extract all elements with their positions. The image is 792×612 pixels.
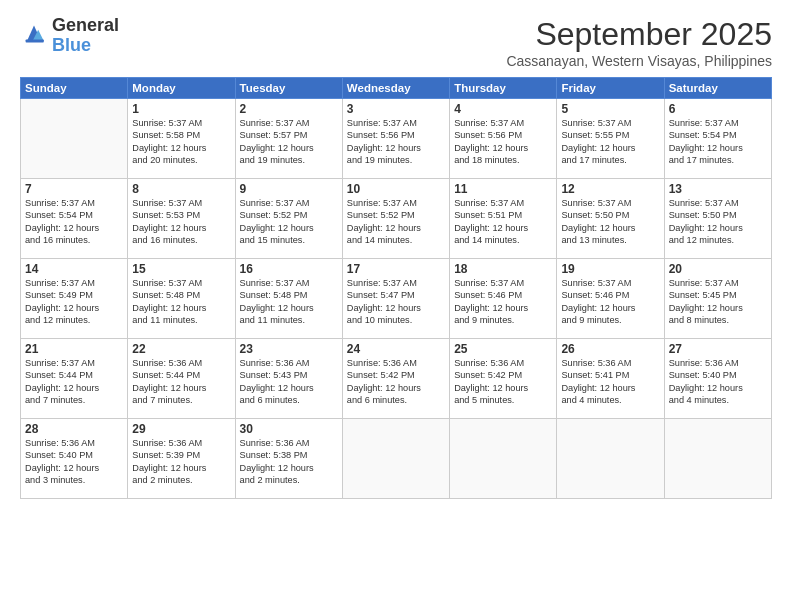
day-info: Sunrise: 5:36 AMSunset: 5:44 PMDaylight:…	[132, 357, 230, 407]
day-info: Sunrise: 5:36 AMSunset: 5:40 PMDaylight:…	[669, 357, 767, 407]
calendar-cell: 24Sunrise: 5:36 AMSunset: 5:42 PMDayligh…	[342, 339, 449, 419]
day-info: Sunrise: 5:36 AMSunset: 5:40 PMDaylight:…	[25, 437, 123, 487]
day-info: Sunrise: 5:37 AMSunset: 5:51 PMDaylight:…	[454, 197, 552, 247]
day-info: Sunrise: 5:37 AMSunset: 5:54 PMDaylight:…	[669, 117, 767, 167]
calendar-cell: 13Sunrise: 5:37 AMSunset: 5:50 PMDayligh…	[664, 179, 771, 259]
calendar-cell: 8Sunrise: 5:37 AMSunset: 5:53 PMDaylight…	[128, 179, 235, 259]
day-info: Sunrise: 5:37 AMSunset: 5:48 PMDaylight:…	[240, 277, 338, 327]
weekday-header-tuesday: Tuesday	[235, 78, 342, 99]
calendar-cell: 28Sunrise: 5:36 AMSunset: 5:40 PMDayligh…	[21, 419, 128, 499]
day-info: Sunrise: 5:37 AMSunset: 5:56 PMDaylight:…	[454, 117, 552, 167]
day-number: 30	[240, 422, 338, 436]
calendar-cell: 7Sunrise: 5:37 AMSunset: 5:54 PMDaylight…	[21, 179, 128, 259]
day-info: Sunrise: 5:37 AMSunset: 5:54 PMDaylight:…	[25, 197, 123, 247]
weekday-header-saturday: Saturday	[664, 78, 771, 99]
day-info: Sunrise: 5:37 AMSunset: 5:46 PMDaylight:…	[454, 277, 552, 327]
calendar-cell: 30Sunrise: 5:36 AMSunset: 5:38 PMDayligh…	[235, 419, 342, 499]
day-number: 8	[132, 182, 230, 196]
calendar-cell: 6Sunrise: 5:37 AMSunset: 5:54 PMDaylight…	[664, 99, 771, 179]
day-number: 26	[561, 342, 659, 356]
calendar-cell: 15Sunrise: 5:37 AMSunset: 5:48 PMDayligh…	[128, 259, 235, 339]
day-info: Sunrise: 5:37 AMSunset: 5:56 PMDaylight:…	[347, 117, 445, 167]
day-number: 1	[132, 102, 230, 116]
day-info: Sunrise: 5:36 AMSunset: 5:38 PMDaylight:…	[240, 437, 338, 487]
calendar-cell: 20Sunrise: 5:37 AMSunset: 5:45 PMDayligh…	[664, 259, 771, 339]
calendar-cell: 29Sunrise: 5:36 AMSunset: 5:39 PMDayligh…	[128, 419, 235, 499]
location-subtitle: Cassanayan, Western Visayas, Philippines	[506, 53, 772, 69]
day-number: 19	[561, 262, 659, 276]
calendar-cell	[342, 419, 449, 499]
day-number: 11	[454, 182, 552, 196]
day-info: Sunrise: 5:37 AMSunset: 5:46 PMDaylight:…	[561, 277, 659, 327]
day-number: 7	[25, 182, 123, 196]
calendar-cell	[450, 419, 557, 499]
logo-blue: Blue	[52, 36, 119, 56]
calendar: SundayMondayTuesdayWednesdayThursdayFrid…	[20, 77, 772, 499]
calendar-week-4: 21Sunrise: 5:37 AMSunset: 5:44 PMDayligh…	[21, 339, 772, 419]
day-info: Sunrise: 5:37 AMSunset: 5:52 PMDaylight:…	[347, 197, 445, 247]
calendar-cell	[557, 419, 664, 499]
day-info: Sunrise: 5:37 AMSunset: 5:50 PMDaylight:…	[669, 197, 767, 247]
day-number: 9	[240, 182, 338, 196]
day-number: 10	[347, 182, 445, 196]
calendar-week-5: 28Sunrise: 5:36 AMSunset: 5:40 PMDayligh…	[21, 419, 772, 499]
day-info: Sunrise: 5:36 AMSunset: 5:39 PMDaylight:…	[132, 437, 230, 487]
day-number: 12	[561, 182, 659, 196]
day-info: Sunrise: 5:37 AMSunset: 5:49 PMDaylight:…	[25, 277, 123, 327]
weekday-header-monday: Monday	[128, 78, 235, 99]
calendar-cell: 26Sunrise: 5:36 AMSunset: 5:41 PMDayligh…	[557, 339, 664, 419]
day-info: Sunrise: 5:37 AMSunset: 5:57 PMDaylight:…	[240, 117, 338, 167]
day-number: 4	[454, 102, 552, 116]
calendar-cell: 11Sunrise: 5:37 AMSunset: 5:51 PMDayligh…	[450, 179, 557, 259]
day-info: Sunrise: 5:36 AMSunset: 5:42 PMDaylight:…	[347, 357, 445, 407]
day-number: 23	[240, 342, 338, 356]
page: General Blue September 2025 Cassanayan, …	[0, 0, 792, 612]
calendar-cell: 12Sunrise: 5:37 AMSunset: 5:50 PMDayligh…	[557, 179, 664, 259]
day-info: Sunrise: 5:37 AMSunset: 5:48 PMDaylight:…	[132, 277, 230, 327]
day-info: Sunrise: 5:36 AMSunset: 5:41 PMDaylight:…	[561, 357, 659, 407]
calendar-cell: 25Sunrise: 5:36 AMSunset: 5:42 PMDayligh…	[450, 339, 557, 419]
day-number: 6	[669, 102, 767, 116]
weekday-header-thursday: Thursday	[450, 78, 557, 99]
logo-text: General Blue	[52, 16, 119, 56]
day-number: 14	[25, 262, 123, 276]
month-title: September 2025	[506, 16, 772, 53]
calendar-cell: 16Sunrise: 5:37 AMSunset: 5:48 PMDayligh…	[235, 259, 342, 339]
calendar-cell	[664, 419, 771, 499]
logo-icon	[20, 20, 48, 48]
day-number: 21	[25, 342, 123, 356]
day-number: 29	[132, 422, 230, 436]
calendar-cell: 3Sunrise: 5:37 AMSunset: 5:56 PMDaylight…	[342, 99, 449, 179]
day-number: 17	[347, 262, 445, 276]
calendar-cell	[21, 99, 128, 179]
day-number: 2	[240, 102, 338, 116]
day-info: Sunrise: 5:37 AMSunset: 5:50 PMDaylight:…	[561, 197, 659, 247]
title-block: September 2025 Cassanayan, Western Visay…	[506, 16, 772, 69]
day-number: 25	[454, 342, 552, 356]
svg-rect-2	[26, 39, 44, 42]
weekday-row: SundayMondayTuesdayWednesdayThursdayFrid…	[21, 78, 772, 99]
day-number: 3	[347, 102, 445, 116]
day-number: 20	[669, 262, 767, 276]
calendar-cell: 23Sunrise: 5:36 AMSunset: 5:43 PMDayligh…	[235, 339, 342, 419]
weekday-header-friday: Friday	[557, 78, 664, 99]
day-number: 27	[669, 342, 767, 356]
calendar-cell: 14Sunrise: 5:37 AMSunset: 5:49 PMDayligh…	[21, 259, 128, 339]
day-info: Sunrise: 5:36 AMSunset: 5:43 PMDaylight:…	[240, 357, 338, 407]
day-number: 5	[561, 102, 659, 116]
weekday-header-sunday: Sunday	[21, 78, 128, 99]
day-info: Sunrise: 5:37 AMSunset: 5:53 PMDaylight:…	[132, 197, 230, 247]
calendar-cell: 4Sunrise: 5:37 AMSunset: 5:56 PMDaylight…	[450, 99, 557, 179]
weekday-header-wednesday: Wednesday	[342, 78, 449, 99]
calendar-cell: 22Sunrise: 5:36 AMSunset: 5:44 PMDayligh…	[128, 339, 235, 419]
calendar-cell: 10Sunrise: 5:37 AMSunset: 5:52 PMDayligh…	[342, 179, 449, 259]
day-number: 24	[347, 342, 445, 356]
calendar-week-1: 1Sunrise: 5:37 AMSunset: 5:58 PMDaylight…	[21, 99, 772, 179]
calendar-cell: 1Sunrise: 5:37 AMSunset: 5:58 PMDaylight…	[128, 99, 235, 179]
day-number: 22	[132, 342, 230, 356]
calendar-week-2: 7Sunrise: 5:37 AMSunset: 5:54 PMDaylight…	[21, 179, 772, 259]
day-info: Sunrise: 5:37 AMSunset: 5:45 PMDaylight:…	[669, 277, 767, 327]
calendar-cell: 2Sunrise: 5:37 AMSunset: 5:57 PMDaylight…	[235, 99, 342, 179]
day-number: 28	[25, 422, 123, 436]
logo: General Blue	[20, 16, 119, 56]
